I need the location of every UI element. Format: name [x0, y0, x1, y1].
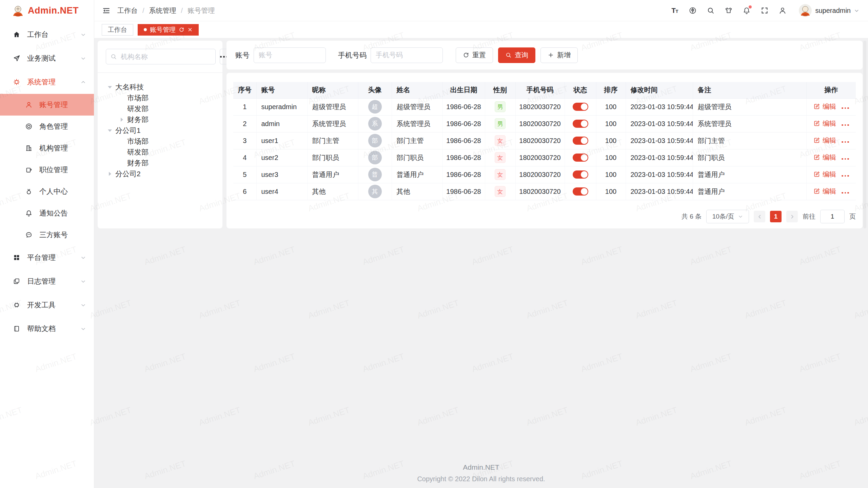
sidebar-item-system[interactable]: 系统管理	[0, 70, 94, 94]
brand-logo[interactable]: Admin.NET	[0, 0, 94, 21]
sidebar-item-dev-tools[interactable]: 开发工具	[0, 293, 94, 317]
status-toggle[interactable]	[573, 170, 588, 179]
cell-phone: 18020030720	[515, 132, 565, 149]
avatar: 超	[368, 100, 382, 114]
goto-page-input[interactable]	[820, 210, 845, 223]
sidebar-item-label: 角色管理	[39, 122, 68, 131]
topbar: 工作台 / 系统管理 / 账号管理 TT	[94, 0, 868, 21]
gender-badge: 女	[495, 135, 506, 146]
tree-node[interactable]: 财务部	[106, 158, 214, 168]
search-icon[interactable]	[706, 6, 715, 15]
col-name: 姓名	[392, 82, 442, 98]
current-page-button[interactable]: 1	[770, 211, 782, 222]
status-toggle[interactable]	[573, 120, 588, 128]
sidebar-item-label: 工作台	[27, 30, 48, 39]
account-input[interactable]	[254, 47, 326, 63]
caret-down-icon[interactable]	[108, 129, 112, 134]
query-button[interactable]: 查询	[498, 47, 535, 63]
scrollbar[interactable]	[863, 41, 866, 228]
tree-node[interactable]: 研发部	[106, 147, 214, 158]
phone-input[interactable]	[371, 47, 443, 63]
caret-right-icon[interactable]	[109, 172, 113, 176]
prev-page-button[interactable]	[754, 211, 765, 222]
cell-nickname: 部门职员	[307, 149, 358, 166]
add-button[interactable]: 新增	[540, 47, 578, 63]
sidebar-item-help-docs[interactable]: 帮助文档	[0, 317, 94, 341]
sidebar-item-logs[interactable]: 日志管理	[0, 269, 94, 293]
cell-name: 部门主管	[392, 132, 442, 149]
sidebar-item-business-test[interactable]: 业务测试	[0, 46, 94, 70]
next-page-button[interactable]	[786, 211, 798, 222]
cell-birthday: 1986-06-28	[442, 166, 485, 183]
caret-right-icon[interactable]	[121, 118, 125, 122]
status-toggle[interactable]	[573, 154, 588, 162]
page-size-select[interactable]: 10条/页	[706, 210, 749, 223]
font-size-icon[interactable]: TT	[670, 6, 679, 15]
cell-no: 2	[233, 115, 256, 132]
reset-button[interactable]: 重置	[456, 47, 493, 63]
tree-node[interactable]: 分公司1	[106, 125, 214, 136]
goto-label: 前往	[803, 212, 815, 221]
status-toggle[interactable]	[573, 187, 588, 196]
chevron-up-icon	[81, 80, 86, 85]
user-menu[interactable]: superadmin	[799, 4, 859, 17]
row-more-button[interactable]	[842, 158, 849, 160]
sidebar-item-organizations[interactable]: 机构管理	[0, 137, 94, 159]
sidebar-item-third-party-accounts[interactable]: 三方账号	[0, 224, 94, 246]
row-more-button[interactable]	[842, 107, 849, 109]
cell-no: 4	[233, 149, 256, 166]
theme-shirt-icon[interactable]	[724, 6, 733, 15]
tab-close-icon[interactable]	[188, 27, 193, 32]
org-search-input[interactable]	[120, 53, 211, 61]
edit-button[interactable]: 编辑	[813, 187, 836, 196]
avatar	[799, 4, 812, 17]
sidebar-item-accounts[interactable]: 账号管理	[0, 94, 94, 116]
edit-button[interactable]: 编辑	[813, 170, 836, 179]
cell-account: user3	[256, 166, 307, 183]
tab-workbench[interactable]: 工作台	[102, 24, 133, 36]
edit-label: 编辑	[823, 153, 836, 162]
row-more-button[interactable]	[842, 141, 849, 143]
gear-icon	[12, 78, 21, 86]
table-row: 3 user1 部门主管 部 部门主管 1986-06-28 女 1802003…	[233, 132, 856, 149]
sidebar-item-user-center[interactable]: 个人中心	[0, 181, 94, 202]
tree-node[interactable]: 大名科技	[106, 82, 214, 93]
language-icon[interactable]	[688, 6, 697, 15]
status-toggle[interactable]	[573, 137, 588, 145]
edit-button[interactable]: 编辑	[813, 119, 836, 128]
row-more-button[interactable]	[842, 175, 849, 177]
tab-label: 工作台	[108, 25, 127, 34]
tab-refresh-icon[interactable]	[179, 27, 184, 33]
menu-fold-icon[interactable]	[102, 6, 111, 15]
cell-modified: 2023-01-03 10:59:44	[626, 183, 693, 200]
edit-button[interactable]: 编辑	[813, 102, 836, 111]
sidebar-item-workbench[interactable]: 工作台	[0, 23, 94, 46]
breadcrumb-system[interactable]: 系统管理	[149, 6, 176, 15]
sidebar-item-label: 职位管理	[39, 165, 68, 175]
username: superadmin	[815, 7, 851, 15]
tree-node[interactable]: 财务部	[106, 114, 214, 125]
fullscreen-icon[interactable]	[760, 6, 769, 15]
edit-label: 编辑	[823, 102, 836, 111]
edit-button[interactable]: 编辑	[813, 153, 836, 162]
status-toggle[interactable]	[573, 103, 588, 111]
edit-label: 编辑	[823, 136, 836, 145]
tab-accounts-active[interactable]: 账号管理	[138, 24, 199, 36]
sidebar-item-platform[interactable]: 平台管理	[0, 246, 94, 269]
tree-node[interactable]: 市场部	[106, 93, 214, 103]
sidebar-item-notices[interactable]: 通知公告	[0, 202, 94, 224]
sidebar-item-positions[interactable]: 职位管理	[0, 159, 94, 181]
sidebar-item-roles[interactable]: 角色管理	[0, 116, 94, 137]
breadcrumb-workbench[interactable]: 工作台	[117, 6, 138, 15]
tree-node[interactable]: 研发部	[106, 103, 214, 114]
notifications-bell-icon[interactable]	[742, 6, 751, 15]
profile-person-icon[interactable]	[778, 6, 787, 15]
col-gender: 性别	[485, 82, 515, 98]
row-more-button[interactable]	[842, 192, 849, 194]
breadcrumb-current: 账号管理	[188, 6, 215, 15]
caret-down-icon[interactable]	[108, 86, 112, 90]
tree-node[interactable]: 分公司2	[106, 168, 214, 179]
edit-button[interactable]: 编辑	[813, 136, 836, 145]
row-more-button[interactable]	[842, 124, 849, 126]
tree-node[interactable]: 市场部	[106, 136, 214, 147]
